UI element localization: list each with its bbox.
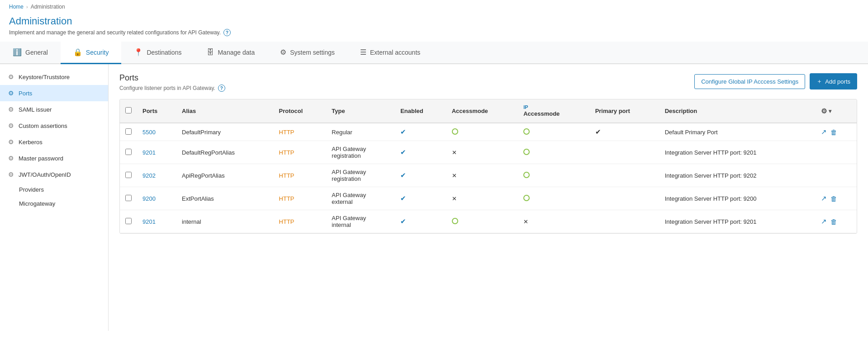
row-actions-cell bbox=[816, 164, 857, 187]
gear-icon-master-password: ⚙ bbox=[8, 155, 14, 162]
tab-destinations-label: Destinations bbox=[147, 49, 181, 56]
row-primary-port bbox=[590, 187, 659, 210]
protocol-tag: HTTP bbox=[279, 195, 294, 202]
security-icon: 🔒 bbox=[73, 48, 82, 56]
row-primary-port bbox=[590, 141, 659, 164]
sidebar-item-jwt[interactable]: ⚙ JWT/OAuth/OpenID bbox=[0, 166, 108, 183]
breadcrumb-current: Administration bbox=[31, 4, 65, 10]
th-protocol: Protocol bbox=[274, 99, 327, 123]
configure-global-ip-label: Configure Global IP Acccess Settings bbox=[701, 78, 798, 85]
system-settings-icon: ⚙ bbox=[280, 48, 286, 56]
row-enabled: ✔ bbox=[395, 210, 446, 233]
select-all-checkbox[interactable] bbox=[125, 107, 132, 113]
row-checkbox-0[interactable] bbox=[125, 128, 132, 135]
delete-icon[interactable]: 🗑 bbox=[830, 128, 837, 136]
row-protocol: HTTP bbox=[274, 164, 327, 187]
ip-accessmode-circle-green bbox=[523, 195, 530, 201]
sidebar-item-kerberos[interactable]: ⚙ Kerberos bbox=[0, 134, 108, 150]
sidebar-subitem-microgateway[interactable]: Microgateway bbox=[0, 197, 108, 211]
row-checkbox-cell bbox=[120, 187, 137, 210]
help-icon[interactable]: ? bbox=[223, 29, 231, 36]
content-area: Ports Configure listener ports in API Ga… bbox=[109, 64, 868, 331]
content-subtitle: Configure listener ports in API Gateway.… bbox=[119, 85, 225, 92]
port-link-2[interactable]: 9202 bbox=[142, 172, 156, 179]
sidebar-item-master-password[interactable]: ⚙ Master password bbox=[0, 150, 108, 166]
sidebar-item-keystore[interactable]: ⚙ Keystore/Truststore bbox=[0, 69, 108, 85]
sidebar-subitem-providers[interactable]: Providers bbox=[0, 183, 108, 197]
th-enabled: Enabled bbox=[395, 99, 446, 123]
row-description: Integration Server HTTP port: 9201 bbox=[659, 210, 816, 233]
ip-accessmode-circle-green bbox=[523, 149, 530, 155]
row-actions-cell bbox=[816, 141, 857, 164]
port-link-0[interactable]: 5500 bbox=[142, 129, 156, 136]
delete-icon[interactable]: 🗑 bbox=[830, 195, 837, 202]
enabled-check: ✔ bbox=[400, 148, 406, 156]
accessmode-cross: ✕ bbox=[452, 195, 457, 202]
row-ip-accessmode: ✕ bbox=[518, 210, 590, 233]
row-type: API Gatewayregistration bbox=[326, 164, 395, 187]
tab-bar: ℹ️ General 🔒 Security 📍 Destinations 🗄 M… bbox=[0, 42, 868, 64]
row-ip-accessmode bbox=[518, 123, 590, 141]
tab-external-accounts[interactable]: ☰ External accounts bbox=[347, 42, 433, 64]
ip-accessmode-circle-green bbox=[523, 172, 530, 178]
tab-general[interactable]: ℹ️ General bbox=[0, 42, 61, 64]
tab-system-settings-label: System settings bbox=[290, 49, 335, 56]
sidebar-item-ports[interactable]: ⚙ Ports bbox=[0, 85, 108, 101]
row-port: 5500 bbox=[137, 123, 176, 141]
gear-icon-saml: ⚙ bbox=[8, 106, 14, 113]
configure-global-ip-button[interactable]: Configure Global IP Acccess Settings bbox=[694, 74, 805, 89]
th-actions-header: ⚙ ▾ bbox=[816, 99, 857, 123]
protocol-tag: HTTP bbox=[279, 129, 294, 136]
add-ports-button[interactable]: ＋ Add ports bbox=[810, 73, 857, 89]
tab-security[interactable]: 🔒 Security bbox=[61, 42, 122, 64]
row-protocol: HTTP bbox=[274, 187, 327, 210]
row-checkbox-3[interactable] bbox=[125, 195, 132, 201]
row-alias: DefaultPrimary bbox=[176, 123, 274, 141]
ports-help-icon[interactable]: ? bbox=[218, 85, 225, 92]
port-link-3[interactable]: 9200 bbox=[142, 195, 156, 202]
row-checkbox-1[interactable] bbox=[125, 149, 132, 155]
row-description: Default Primary Port bbox=[659, 123, 816, 141]
gear-icon-jwt: ⚙ bbox=[8, 171, 14, 178]
row-protocol: HTTP bbox=[274, 123, 327, 141]
row-port: 9201 bbox=[137, 210, 176, 233]
table-settings-icon[interactable]: ⚙ bbox=[821, 107, 827, 115]
sidebar-item-saml[interactable]: ⚙ SAML issuer bbox=[0, 101, 108, 118]
row-alias: ExtPortAlias bbox=[176, 187, 274, 210]
ports-table-body: 5500 DefaultPrimary HTTP Regular ✔ ✔ Def… bbox=[120, 123, 857, 233]
tab-manage-data[interactable]: 🗄 Manage data bbox=[194, 42, 267, 64]
external-link-icon[interactable]: ↗ bbox=[821, 194, 827, 202]
tab-system-settings[interactable]: ⚙ System settings bbox=[267, 42, 347, 64]
row-accessmode bbox=[446, 210, 518, 233]
th-alias: Alias bbox=[176, 99, 274, 123]
page-header: Administration Implement and manage the … bbox=[0, 14, 868, 42]
port-link-1[interactable]: 9201 bbox=[142, 149, 156, 156]
gear-icon-custom-assertions: ⚙ bbox=[8, 122, 14, 129]
delete-icon[interactable]: 🗑 bbox=[830, 218, 837, 226]
row-checkbox-2[interactable] bbox=[125, 172, 132, 178]
external-link-icon[interactable]: ↗ bbox=[821, 217, 827, 226]
accessmode-circle-green bbox=[452, 218, 458, 224]
row-alias: DefaultRegPortAlias bbox=[176, 141, 274, 164]
row-ip-accessmode bbox=[518, 164, 590, 187]
row-type: API Gatewayregistration bbox=[326, 141, 395, 164]
gear-icon-ports: ⚙ bbox=[8, 89, 14, 97]
row-ip-accessmode bbox=[518, 187, 590, 210]
row-port: 9202 bbox=[137, 164, 176, 187]
tab-destinations[interactable]: 📍 Destinations bbox=[121, 42, 194, 64]
gear-icon-kerberos: ⚙ bbox=[8, 138, 14, 146]
th-ports: Ports bbox=[137, 99, 176, 123]
sidebar: ⚙ Keystore/Truststore ⚙ Ports ⚙ SAML iss… bbox=[0, 64, 109, 331]
table-chevron-icon[interactable]: ▾ bbox=[829, 108, 831, 114]
row-protocol: HTTP bbox=[274, 141, 327, 164]
external-link-icon[interactable]: ↗ bbox=[821, 128, 827, 136]
port-link-4[interactable]: 9201 bbox=[142, 218, 156, 225]
sidebar-item-kerberos-label: Kerberos bbox=[19, 139, 43, 146]
ports-table: Ports Alias Protocol Type Enabled Access… bbox=[120, 99, 857, 233]
row-accessmode: ✕ bbox=[446, 187, 518, 210]
sidebar-item-custom-assertions[interactable]: ⚙ Custom assertions bbox=[0, 118, 108, 134]
row-actions: ↗🗑 bbox=[821, 217, 851, 226]
th-description: Description bbox=[659, 99, 816, 123]
row-checkbox-4[interactable] bbox=[125, 218, 132, 224]
breadcrumb-home[interactable]: Home bbox=[9, 4, 24, 10]
